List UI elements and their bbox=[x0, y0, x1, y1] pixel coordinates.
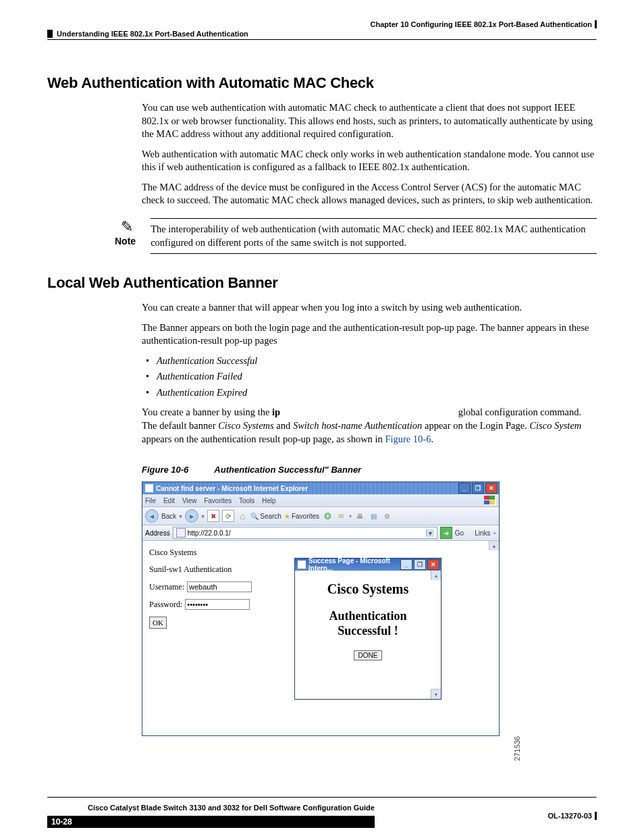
address-dropdown-icon[interactable]: ▾ bbox=[426, 529, 434, 537]
popup-msg-line2: Successful ! bbox=[299, 624, 437, 639]
popup-minimize-button[interactable]: _ bbox=[400, 559, 412, 570]
toolbar: ◄ Back ▾ ► ▾ ✖ ⟳ ⌂ 🔍Search ★Favorites ❂ … bbox=[142, 507, 499, 525]
discuss-button[interactable]: ⚙ bbox=[381, 511, 392, 521]
section2-p1: You can create a banner that will appear… bbox=[142, 301, 597, 315]
bullet-1: Authentication Successful bbox=[157, 355, 257, 366]
forward-button[interactable]: ► bbox=[185, 509, 198, 523]
main-window-title: Cannot find server - Microsoft Internet … bbox=[156, 485, 457, 492]
mail-button[interactable]: ✉ bbox=[336, 511, 346, 521]
go-button[interactable]: ➜ bbox=[440, 527, 452, 539]
address-label: Address bbox=[145, 529, 170, 537]
note-label: Note bbox=[115, 236, 144, 246]
minimize-button[interactable]: _ bbox=[458, 483, 471, 494]
section1-p3: The MAC address of the device must be co… bbox=[142, 181, 597, 207]
section-header: Understanding IEEE 802.1x Port-Based Aut… bbox=[47, 30, 248, 38]
section2-p3: You create a banner by using the ip glob… bbox=[142, 406, 597, 446]
password-input[interactable] bbox=[185, 599, 250, 610]
menu-bar[interactable]: File Edit View Favorites Tools Help bbox=[145, 497, 281, 504]
bullet-list: Authentication Successful Authentication… bbox=[142, 355, 597, 400]
note-pencil-icon: ✎ bbox=[117, 218, 137, 236]
popup-brand: Cisco Systems bbox=[299, 581, 437, 597]
figure-screenshot: 271536 Cannot find server - Microsoft In… bbox=[142, 481, 510, 736]
section1-title: Web Authentication with Automatic MAC Ch… bbox=[47, 74, 597, 92]
refresh-button[interactable]: ⟳ bbox=[222, 510, 234, 522]
back-button[interactable]: ◄ bbox=[145, 509, 159, 523]
ok-button[interactable]: OK bbox=[149, 617, 167, 629]
home-button[interactable]: ⌂ bbox=[237, 511, 248, 521]
page-icon bbox=[176, 528, 186, 538]
username-input[interactable] bbox=[187, 581, 252, 592]
close-button[interactable]: ✕ bbox=[485, 483, 498, 494]
search-button[interactable]: 🔍Search bbox=[250, 513, 281, 520]
history-button[interactable]: ❂ bbox=[322, 511, 333, 521]
done-button[interactable]: DONE bbox=[354, 650, 383, 660]
success-popup: Success Page - Microsoft Intern... _ ❐ ✕… bbox=[294, 558, 441, 700]
print-button[interactable]: 🖶 bbox=[354, 511, 365, 521]
favorites-button[interactable]: ★Favorites bbox=[284, 513, 319, 520]
edit-button[interactable]: ▤ bbox=[368, 511, 379, 521]
username-label: Username: bbox=[149, 582, 184, 592]
popup-close-button[interactable]: ✕ bbox=[427, 559, 439, 570]
note-body: The interoperability of web authenticati… bbox=[151, 218, 597, 254]
page-number-badge: 10-28 bbox=[47, 816, 375, 828]
figure-link[interactable]: Figure 10-6 bbox=[385, 434, 431, 444]
figure-caption: Figure 10-6Authentication Successful" Ba… bbox=[142, 465, 597, 475]
password-label: Password: bbox=[149, 600, 182, 610]
ie-page-icon bbox=[145, 484, 153, 492]
popup-page-icon bbox=[298, 561, 306, 569]
maximize-button[interactable]: ❐ bbox=[472, 483, 484, 494]
chapter-header: Chapter 10 Configuring IEEE 802.1x Port-… bbox=[371, 20, 597, 28]
popup-msg-line1: Authentication bbox=[299, 609, 437, 624]
popup-title: Success Page - Microsoft Intern... bbox=[308, 557, 399, 572]
figure-id-number: 271536 bbox=[513, 736, 521, 761]
section2-title: Local Web Authentication Banner bbox=[47, 274, 597, 292]
section2-p2: The Banner appears on both the login pag… bbox=[142, 321, 597, 348]
bullet-3: Authentication Expired bbox=[157, 387, 247, 398]
footer-guide-title: Cisco Catalyst Blade Switch 3130 and 303… bbox=[88, 804, 375, 812]
popup-scroll-up-icon[interactable]: ▴ bbox=[431, 571, 441, 580]
section1-p2: Web authentication with automatic MAC ch… bbox=[142, 148, 597, 174]
scroll-up-icon[interactable]: ▴ bbox=[489, 541, 499, 550]
address-input[interactable]: http://22.0.0.1/ ▾ bbox=[173, 527, 437, 539]
section1-p1: You can use web authentication with auto… bbox=[142, 101, 597, 141]
popup-scroll-down-icon[interactable]: ▾ bbox=[431, 689, 441, 699]
page-brand: Cisco Systems bbox=[149, 548, 492, 558]
stop-button[interactable]: ✖ bbox=[207, 510, 219, 522]
popup-maximize-button[interactable]: ❐ bbox=[414, 559, 426, 570]
windows-flag-icon bbox=[484, 496, 496, 505]
bullet-2: Authentication Failed bbox=[157, 371, 242, 382]
footer-doc-id: OL-13270-03 bbox=[548, 812, 597, 820]
